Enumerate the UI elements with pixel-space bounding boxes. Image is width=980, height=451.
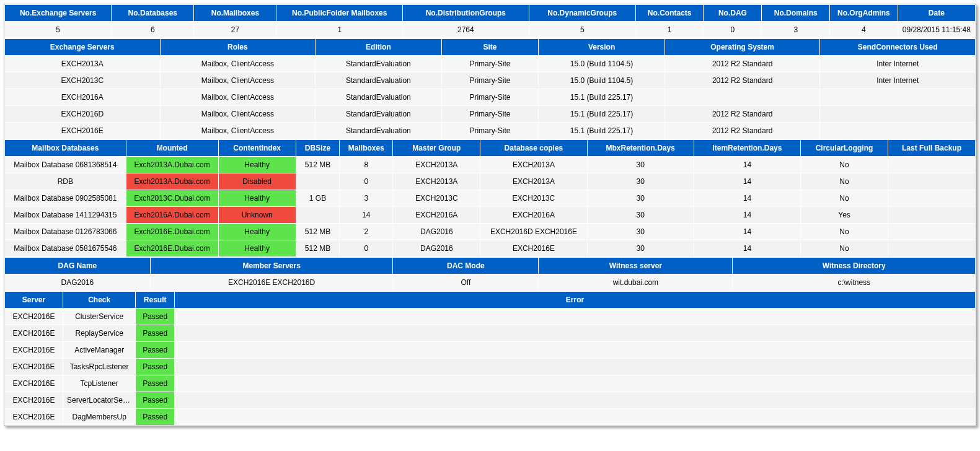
summary-v-2: 27 [194, 22, 276, 38]
servers-cell: Mailbox, ClientAccess [160, 123, 316, 139]
table-row: Mailbox Database 0126783066Exch2016E.Dub… [5, 224, 976, 240]
servers-cell: Primary-Site [441, 106, 539, 123]
db-cell-ci: Healthy [218, 224, 296, 240]
table-row: EXCH2016EReplayServicePassed [5, 325, 976, 342]
checks-cell: TcpListener [63, 375, 135, 392]
summary-v-9: 4 [830, 22, 898, 38]
db-cell-backup [888, 224, 976, 240]
checks-cell: EXCH2016E [5, 309, 63, 325]
servers-cell: 15.1 (Build 225.17) [539, 89, 665, 106]
checks-cell [175, 342, 976, 359]
checks-cell [175, 392, 976, 409]
checks-cell: Passed [136, 359, 175, 375]
db-cell-itemret: 14 [694, 240, 800, 257]
dag-h-4: Witness Directory [733, 258, 976, 274]
db-h-4: Mailboxes [340, 140, 393, 157]
db-cell-ci: Healthy [218, 240, 296, 257]
summary-h-7: No.DAG [704, 5, 762, 22]
db-cell-group: EXCH2013C [393, 190, 480, 207]
servers-cell: Inter Internet [820, 56, 976, 72]
checks-cell: Passed [136, 375, 175, 392]
db-cell-mbx: 0 [340, 240, 393, 257]
servers-h-6: SendConnectors Used [820, 39, 976, 56]
db-cell-mbxret: 30 [587, 173, 694, 190]
db-h-1: Mounted [126, 140, 218, 157]
checks-table: Server Check Result Error EXCH2016EClust… [4, 291, 976, 426]
summary-h-1: No.Databases [112, 5, 194, 22]
db-cell-copies: EXCH2013C [480, 190, 587, 207]
servers-cell: 2012 R2 Standard [664, 123, 820, 139]
table-row: EXCH2016DMailbox, ClientAccessStandardEv… [5, 106, 976, 123]
db-cell-mbx: 8 [340, 157, 393, 173]
db-cell-db: Mailbox Database 0681368514 [5, 157, 126, 173]
summary-v-10: 09/28/2015 11:15:48 [898, 22, 975, 38]
checks-cell: Passed [136, 342, 175, 359]
db-h-7: MbxRetention.Days [587, 140, 694, 157]
checks-h-3: Error [175, 292, 976, 309]
servers-cell: EXCH2016E [5, 123, 161, 139]
dag-row: DAG2016 EXCH2016E EXCH2016D Off wit.duba… [5, 274, 976, 291]
db-cell-backup [888, 173, 976, 190]
db-cell-size: 512 MB [296, 157, 339, 173]
dag-table: DAG Name Member Servers DAC Mode Witness… [4, 257, 976, 291]
db-cell-copies: EXCH2016E [480, 240, 587, 257]
db-cell-mbxret: 30 [587, 157, 694, 173]
servers-cell [820, 89, 976, 106]
summary-v-3: 1 [276, 22, 403, 38]
checks-cell: EXCH2016E [5, 375, 63, 392]
db-cell-mounted: Exch2016E.Dubai.com [126, 240, 218, 257]
checks-cell: EXCH2016E [5, 342, 63, 359]
checks-cell [175, 309, 976, 325]
dag-v-1: EXCH2016E EXCH2016D [150, 274, 393, 291]
servers-h-1: Roles [160, 39, 316, 56]
table-row: EXCH2016EActiveManagerPassed [5, 342, 976, 359]
db-cell-mounted: Exch2013A.Dubai.com [126, 157, 218, 173]
checks-cell: TasksRpcListener [63, 359, 135, 375]
db-cell-size: 1 GB [296, 190, 339, 207]
servers-cell: 15.1 (Build 225.17) [539, 106, 665, 123]
summary-h-0: No.Exchange Servers [5, 5, 112, 22]
table-row: EXCH2013CMailbox, ClientAccessStandardEv… [5, 72, 976, 89]
summary-h-3: No.PublicFolder Mailboxes [276, 5, 403, 22]
summary-h-6: No.Contacts [635, 5, 704, 22]
summary-h-8: No.Domains [762, 5, 830, 22]
servers-cell: StandardEvaluation [316, 89, 442, 106]
table-row: Mailbox Database 1411294315Exch2016A.Dub… [5, 207, 976, 224]
db-cell-circ: No [801, 157, 888, 173]
servers-cell [820, 106, 976, 123]
db-cell-copies: EXCH2016D EXCH2016E [480, 224, 587, 240]
table-row: EXCH2016ETasksRpcListenerPassed [5, 359, 976, 375]
checks-cell: ClusterService [63, 309, 135, 325]
db-cell-db: Mailbox Database 0581675546 [5, 240, 126, 257]
table-row: EXCH2016AMailbox, ClientAccessStandardEv… [5, 89, 976, 106]
db-cell-copies: EXCH2013A [480, 157, 587, 173]
servers-cell: EXCH2013C [5, 72, 161, 89]
db-cell-backup [888, 240, 976, 257]
db-h-5: Master Group [393, 140, 480, 157]
servers-cell: StandardEvaluation [316, 106, 442, 123]
db-cell-ci: Healthy [218, 190, 296, 207]
db-cell-circ: No [801, 240, 888, 257]
db-cell-itemret: 14 [694, 173, 800, 190]
summary-v-4: 2764 [403, 22, 529, 38]
db-cell-itemret: 14 [694, 157, 800, 173]
servers-cell: 15.0 (Build 1104.5) [539, 72, 665, 89]
db-h-9: CircularLogging [801, 140, 888, 157]
db-cell-mounted: Exch2013A.Dubai.com [126, 173, 218, 190]
servers-cell: Primary-Site [441, 123, 539, 139]
checks-cell: EXCH2016E [5, 325, 63, 342]
db-cell-backup [888, 190, 976, 207]
servers-cell: EXCH2013A [5, 56, 161, 72]
db-cell-circ: No [801, 224, 888, 240]
servers-table: Exchange Servers Roles Edition Site Vers… [4, 38, 976, 139]
db-cell-mounted: Exch2016A.Dubai.com [126, 207, 218, 224]
db-h-3: DBSize [296, 140, 339, 157]
db-cell-size: 512 MB [296, 240, 339, 257]
db-cell-group: EXCH2016A [393, 207, 480, 224]
db-cell-mbx: 2 [340, 224, 393, 240]
summary-h-9: No.OrgAdmins [830, 5, 898, 22]
checks-h-2: Result [136, 292, 175, 309]
db-h-8: ItemRetention.Days [694, 140, 800, 157]
db-cell-db: Mailbox Database 0126783066 [5, 224, 126, 240]
dag-h-1: Member Servers [150, 258, 393, 274]
